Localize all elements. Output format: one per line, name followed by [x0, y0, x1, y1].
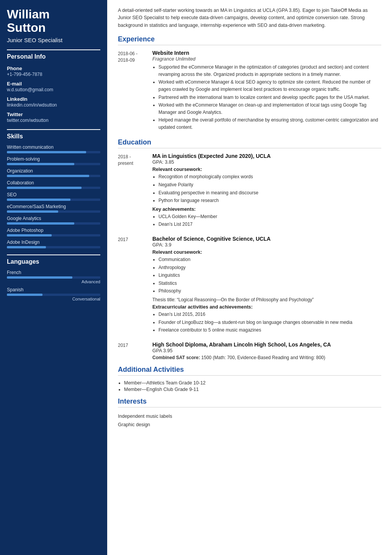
experience-bullets: Supported the eCommerce Manager in the o… [152, 64, 381, 131]
interest-item: Graphic design [118, 420, 381, 429]
bullet-item: Helped manage the overall portfolio of m… [158, 117, 381, 131]
skill-bar-fill [7, 210, 58, 213]
skill-bar-fill [7, 175, 89, 177]
skills-header: Skills [7, 129, 100, 141]
skill-item: SEO [7, 192, 100, 201]
activities-list: Member—Athletics Team Grade 10-12Member—… [118, 380, 381, 392]
skill-bar-fill [7, 234, 52, 236]
skill-item: Adobe Photoshop [7, 228, 100, 236]
experience-list: 2018-06 - 2018-09Website InternFragrance… [118, 50, 381, 133]
first-name: William [7, 7, 50, 21]
education-date: 2017 [118, 342, 152, 360]
achievement-item: UCLA Golden Key—Member [158, 213, 381, 220]
twitter-value: twitter.com/wdsutton [7, 118, 100, 123]
skill-name: eCommerce/SaaS Marketing [7, 204, 100, 209]
language-item: SpanishConversational [7, 287, 100, 301]
achievement-item: Dean's List 2015, 2016 [158, 311, 381, 318]
experience-body: Website InternFragrance UnlimitedSupport… [152, 50, 381, 133]
education-body: MA in Linguistics (Expected June 2020), … [152, 153, 381, 230]
education-entry: 2017Bachelor of Science, Cognitive Scien… [118, 236, 381, 336]
skill-name: Written communication [7, 144, 100, 150]
phone-value: +1-799-456-7878 [7, 72, 100, 77]
education-body: High School Diploma, Abraham Lincoln Hig… [152, 342, 381, 360]
achievements-list: Dean's List 2015, 2016Founder of LingoBu… [152, 311, 381, 334]
coursework-list: Recognition of morphologically complex w… [152, 173, 381, 204]
bullet-item: Worked with the eCommerce Manager on cle… [158, 102, 381, 116]
sat-score: Combined SAT score: 1500 (Math: 700, Evi… [152, 355, 381, 360]
experience-company: Fragrance Unlimited [152, 56, 381, 62]
email-label: E-mail [7, 81, 100, 87]
twitter-label: Twitter [7, 112, 100, 117]
skill-item: Organization [7, 168, 100, 177]
education-title: Bachelor of Science, Cognitive Science, … [152, 236, 381, 242]
education-header: Education [118, 138, 381, 148]
skill-bar-fill [7, 151, 86, 153]
skill-name: Problem-solving [7, 156, 100, 162]
language-level: Conversational [7, 297, 100, 301]
skill-bar-background [7, 246, 100, 248]
skill-bar-fill [7, 222, 74, 225]
education-entry: 2018 - presentMA in Linguistics (Expecte… [118, 153, 381, 230]
experience-entry: 2018-06 - 2018-09Website InternFragrance… [118, 50, 381, 133]
skill-bar-fill [7, 163, 74, 165]
skill-item: Adobe InDesign [7, 240, 100, 248]
languages-list: FrenchAdvancedSpanishConversational [7, 270, 100, 301]
summary-text: A detail-oriented self-starter working t… [118, 7, 381, 29]
education-title: High School Diploma, Abraham Lincoln Hig… [152, 342, 381, 348]
achievement-item: Freelance contributor to 5 online music … [158, 327, 381, 334]
coursework-item: Python for language research [158, 197, 381, 204]
language-name: French [7, 270, 100, 275]
resume-wrapper: William Sutton Junior SEO Specialist Per… [0, 0, 392, 555]
education-body: Bachelor of Science, Cognitive Science, … [152, 236, 381, 336]
linkedin-label: LinkedIn [7, 96, 100, 102]
linkedin-value: linkedin.com/in/wdsutton [7, 102, 100, 108]
skill-item: Google Analytics [7, 216, 100, 225]
achievements-list: UCLA Golden Key—MemberDean's List 2017 [152, 213, 381, 228]
last-name: Sutton [7, 21, 46, 34]
phone-label: Phone [7, 66, 100, 71]
education-entry: 2017High School Diploma, Abraham Lincoln… [118, 342, 381, 360]
coursework-item: Recognition of morphologically complex w… [158, 173, 381, 181]
personal-info-header: Personal Info [7, 49, 100, 62]
bullet-item: Partnered with the international team to… [158, 94, 381, 101]
skill-bar-background [7, 163, 100, 165]
education-date: 2017 [118, 236, 152, 336]
achievements-label: Key achievements: [152, 207, 381, 212]
education-title: MA in Linguistics (Expected June 2020), … [152, 153, 381, 159]
thesis-text: Thesis title: “Logical Reasoning—On the … [152, 297, 381, 302]
coursework-item: Communication [158, 256, 381, 263]
skill-bar-background [7, 187, 100, 189]
coursework-item: Evaluating perspective in meaning and di… [158, 189, 381, 197]
bullet-item: Worked with eCommerce Manager & local SE… [158, 79, 381, 93]
skill-bar-background [7, 199, 100, 201]
education-date: 2018 - present [118, 153, 152, 230]
education-gpa: GPA: 3.9 [152, 242, 381, 248]
skill-bar-background [7, 222, 100, 225]
skill-bar-background [7, 151, 100, 153]
skill-name: Adobe InDesign [7, 240, 100, 245]
skill-name: Organization [7, 168, 100, 174]
skill-item: eCommerce/SaaS Marketing [7, 204, 100, 213]
coursework-label: Relevant coursework: [152, 167, 381, 172]
coursework-item: Anthropology [158, 264, 381, 271]
activities-header: Additional Activities [118, 366, 381, 376]
skill-item: Written communication [7, 144, 100, 153]
achievement-item: Founder of LingoBuzz blog—a student-run … [158, 319, 381, 326]
achievements-label: Extracurricular activities and achieveme… [152, 304, 381, 310]
skill-name: SEO [7, 192, 100, 197]
bullet-item: Supported the eCommerce Manager in the o… [158, 64, 381, 78]
skill-item: Collaboration [7, 180, 100, 189]
skill-bar-background [7, 175, 100, 177]
interests-list: Independent music labelsGraphic design [118, 412, 381, 429]
interest-item: Independent music labels [118, 412, 381, 420]
skill-item: Problem-solving [7, 156, 100, 165]
candidate-name: William Sutton [7, 8, 100, 34]
experience-date: 2018-06 - 2018-09 [118, 50, 152, 133]
coursework-item: Philosophy [158, 287, 381, 295]
coursework-list: CommunicationAnthropologyLinguisticsStat… [152, 256, 381, 295]
education-gpa: GPA: 3.85 [152, 159, 381, 165]
coursework-item: Linguistics [158, 272, 381, 279]
education-gpa: GPA 3.95 [152, 348, 381, 353]
activity-item: Member—Athletics Team Grade 10-12 [124, 380, 381, 386]
skill-bar-background [7, 234, 100, 236]
